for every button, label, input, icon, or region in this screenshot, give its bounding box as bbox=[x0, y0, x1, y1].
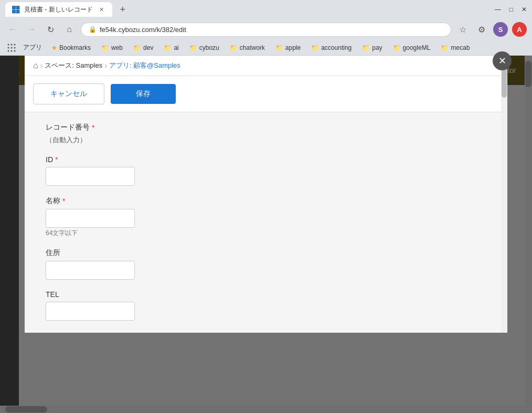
svg-point-8 bbox=[11, 47, 13, 48]
folder-icon-apple: 📁 bbox=[275, 44, 283, 51]
address-input[interactable] bbox=[46, 261, 135, 280]
bookmark-mecab[interactable]: 📁 mecab bbox=[437, 43, 474, 53]
folder-icon-dev: 📁 bbox=[133, 44, 141, 51]
close-window-button[interactable]: ✕ bbox=[522, 6, 527, 13]
dialog-overlay: ✕ ⌂ › スペース: Samples › アプリ: 顧客@Samples キャ… bbox=[0, 56, 532, 413]
record-toolbar: キャンセル 保存 bbox=[25, 76, 507, 112]
bookmark-ai[interactable]: 📁 ai bbox=[159, 43, 183, 53]
forward-button[interactable]: → bbox=[24, 22, 39, 37]
required-star-record: * bbox=[92, 123, 94, 132]
breadcrumb-sep-2: › bbox=[104, 61, 107, 70]
svg-point-10 bbox=[8, 50, 9, 51]
svg-point-6 bbox=[14, 44, 16, 45]
new-tab-button[interactable]: + bbox=[115, 2, 130, 17]
bookmark-apple[interactable]: 📁 apple bbox=[271, 43, 305, 53]
svg-rect-3 bbox=[16, 10, 20, 14]
cancel-button[interactable]: キャンセル bbox=[33, 83, 104, 104]
maximize-button[interactable]: □ bbox=[509, 6, 513, 13]
bookmark-accounting[interactable]: 📁 accounting bbox=[307, 43, 356, 53]
svg-point-5 bbox=[11, 44, 13, 45]
bookmark-chatwork[interactable]: 📁 chatwork bbox=[226, 43, 269, 53]
svg-point-4 bbox=[8, 44, 9, 45]
bookmark-dev[interactable]: 📁 dev bbox=[129, 43, 157, 53]
lock-icon: 🔒 bbox=[89, 26, 97, 33]
address-label: 住所 bbox=[46, 248, 486, 258]
bookmark-pay[interactable]: 📁 pay bbox=[358, 43, 386, 53]
user-avatar-red[interactable]: A bbox=[512, 22, 527, 37]
folder-icon-googleml: 📁 bbox=[393, 44, 401, 51]
record-form: レコード番号 * （自動入力） ID * 名称 bbox=[25, 112, 507, 333]
record-number-field: レコード番号 * （自動入力） bbox=[46, 123, 486, 145]
browser-tab[interactable]: 見積書 - 新しいレコード ✕ bbox=[5, 2, 112, 17]
home-icon[interactable]: ⌂ bbox=[33, 61, 38, 70]
required-star-id: * bbox=[55, 155, 58, 164]
tab-icon bbox=[12, 5, 20, 14]
folder-icon-cybozu: 📁 bbox=[189, 44, 197, 51]
breadcrumb-app[interactable]: アプリ: 顧客@Samples bbox=[109, 61, 180, 70]
dialog-close-button[interactable]: ✕ bbox=[493, 51, 512, 70]
id-field: ID * bbox=[46, 155, 486, 186]
folder-icon-web: 📁 bbox=[101, 44, 109, 51]
name-field: 名称 * 64文字以下 bbox=[46, 196, 486, 238]
bookmark-cybozu[interactable]: 📁 cybozu bbox=[185, 43, 224, 53]
required-star-name: * bbox=[62, 197, 65, 205]
bookmark-bookmarks[interactable]: ★ Bookmarks bbox=[47, 43, 95, 53]
id-input[interactable] bbox=[46, 167, 135, 186]
apps-grid-icon[interactable] bbox=[5, 41, 18, 54]
address-bar[interactable]: 🔒 fe54k.cybozu.com/k/382/edit bbox=[81, 23, 451, 37]
tel-label: TEL bbox=[46, 290, 486, 299]
apps-label[interactable]: アプリ bbox=[20, 42, 45, 53]
gear-icon[interactable]: ⚙ bbox=[474, 22, 489, 37]
svg-rect-0 bbox=[12, 6, 16, 9]
folder-icon-chatwork: 📁 bbox=[230, 44, 238, 51]
breadcrumb: ⌂ › スペース: Samples › アプリ: 顧客@Samples bbox=[25, 56, 507, 76]
tab-title: 見積書 - 新しいレコード bbox=[24, 5, 93, 14]
refresh-button[interactable]: ↻ bbox=[43, 22, 58, 37]
name-hint: 64文字以下 bbox=[46, 229, 486, 238]
record-edit-dialog: ✕ ⌂ › スペース: Samples › アプリ: 顧客@Samples キャ… bbox=[25, 56, 507, 333]
star-filled-icon: ★ bbox=[51, 44, 57, 51]
svg-rect-1 bbox=[16, 6, 20, 9]
svg-point-9 bbox=[14, 47, 16, 48]
breadcrumb-sep-1: › bbox=[40, 61, 43, 70]
back-button[interactable]: ← bbox=[5, 22, 20, 37]
dialog-scrollbar[interactable] bbox=[501, 56, 507, 333]
tel-field: TEL bbox=[46, 290, 486, 321]
tab-close-button[interactable]: ✕ bbox=[97, 5, 106, 14]
svg-point-7 bbox=[8, 47, 9, 48]
address-field: 住所 bbox=[46, 248, 486, 280]
svg-point-11 bbox=[11, 50, 13, 51]
id-label: ID * bbox=[46, 155, 486, 164]
home-button[interactable]: ⌂ bbox=[62, 22, 77, 37]
record-number-label: レコード番号 * bbox=[46, 123, 486, 132]
tel-input[interactable] bbox=[46, 302, 135, 321]
auto-input-hint: （自動入力） bbox=[46, 135, 486, 145]
bookmark-web[interactable]: 📁 web bbox=[97, 43, 127, 53]
name-input[interactable] bbox=[46, 209, 135, 228]
bookmark-star-icon[interactable]: ☆ bbox=[455, 22, 470, 37]
folder-icon-accounting: 📁 bbox=[311, 44, 319, 51]
minimize-button[interactable]: — bbox=[495, 6, 501, 13]
name-label: 名称 * bbox=[46, 196, 486, 206]
bookmark-googleml[interactable]: 📁 googleML bbox=[389, 43, 435, 53]
breadcrumb-space[interactable]: スペース: Samples bbox=[45, 61, 102, 70]
user-avatar[interactable]: S bbox=[493, 22, 508, 37]
folder-icon-mecab: 📁 bbox=[441, 44, 449, 51]
url-text: fe54k.cybozu.com/k/382/edit bbox=[100, 26, 443, 34]
folder-icon-pay: 📁 bbox=[362, 44, 370, 51]
svg-point-12 bbox=[14, 50, 16, 51]
folder-icon-ai: 📁 bbox=[164, 44, 172, 51]
save-button[interactable]: 保存 bbox=[111, 84, 176, 104]
svg-rect-2 bbox=[12, 10, 16, 14]
